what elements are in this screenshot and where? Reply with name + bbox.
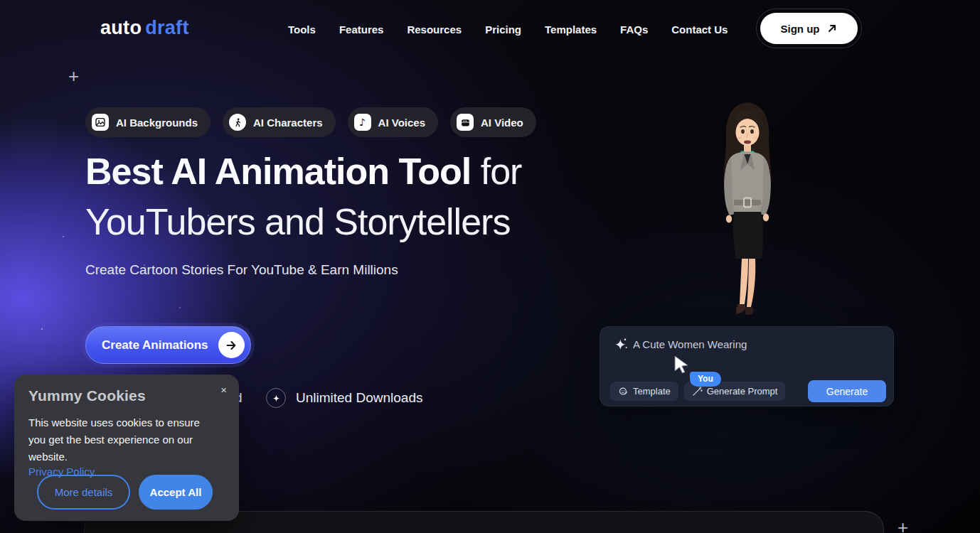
- star-dot: [41, 328, 43, 330]
- template-button[interactable]: Template: [610, 382, 678, 401]
- generate-prompt-label: Generate Prompt: [707, 386, 778, 397]
- arrow-up-right-icon: [826, 23, 838, 34]
- logo-part1: auto: [100, 17, 142, 38]
- plus-sparkle: +: [68, 67, 79, 85]
- walking-person-icon: [229, 114, 246, 131]
- generate-button[interactable]: Generate: [808, 380, 886, 402]
- star-dot: [63, 236, 64, 237]
- image-icon: [92, 114, 109, 131]
- hero-subtitle: Create Cartoon Stories For YouTube & Ear…: [85, 262, 398, 278]
- ai-sparkle-icon: [614, 337, 629, 354]
- badge-label: AI Backgrounds: [116, 117, 198, 129]
- prompt-input[interactable]: A Cute Women Wearing: [633, 338, 747, 350]
- accept-all-button[interactable]: Accept All: [139, 475, 213, 510]
- badge-label: AI Characters: [253, 117, 323, 129]
- more-details-label: More details: [55, 486, 113, 498]
- badge-ai-voices: ♪ AI Voices: [348, 107, 438, 137]
- nav-item-contact-us[interactable]: Contact Us: [671, 23, 728, 36]
- prompt-demo-card: A Cute Women Wearing You Template Genera…: [600, 326, 894, 407]
- more-details-button[interactable]: More details: [37, 475, 130, 510]
- plus-sparkle: +: [898, 518, 908, 533]
- star-dot: [179, 307, 181, 308]
- arrow-right-icon: [218, 332, 245, 358]
- close-icon[interactable]: ×: [220, 384, 227, 395]
- heading-light: for: [471, 151, 521, 192]
- hero-badges: AI Backgrounds AI Characters ♪ AI Voices…: [85, 107, 536, 137]
- create-animations-button[interactable]: Create Animations: [85, 326, 251, 364]
- cookie-body-text: This website uses cookies to ensure you …: [28, 414, 216, 465]
- generate-label: Generate: [826, 386, 868, 397]
- cookie-buttons: More details Accept All: [37, 475, 213, 510]
- you-cursor-tag: You: [690, 372, 721, 387]
- emoji-edit-icon: [618, 386, 629, 397]
- nav-item-resources[interactable]: Resources: [407, 23, 462, 36]
- cookie-title: Yummy Cookies: [28, 387, 225, 404]
- cartoon-woman-illustration: [705, 98, 789, 315]
- badge-ai-characters: AI Characters: [223, 107, 336, 137]
- sign-up-button[interactable]: Sign up: [760, 13, 858, 44]
- video-clapper-icon: [457, 114, 474, 131]
- badge-label: AI Video: [481, 117, 523, 129]
- heading-line2: YouTubers and Storytellers: [85, 197, 521, 247]
- heading-bold: Best AI Animation Tool: [85, 151, 471, 192]
- cursor-pointer-icon: [673, 355, 691, 377]
- nav-item-pricing[interactable]: Pricing: [485, 23, 521, 36]
- magic-wand-icon: [692, 386, 703, 397]
- music-note-icon: ♪: [354, 114, 371, 131]
- hero-heading: Best AI Animation Tool for YouTubers and…: [85, 146, 521, 247]
- badge-ai-backgrounds: AI Backgrounds: [85, 107, 211, 137]
- feature-unlimited-downloads: Unlimited Downloads: [296, 390, 422, 406]
- template-label: Template: [633, 386, 671, 397]
- cookie-consent-popup: Yummy Cookies × This website uses cookie…: [14, 375, 239, 521]
- nav-item-features[interactable]: Features: [339, 23, 384, 36]
- accept-all-label: Accept All: [150, 486, 202, 498]
- nav-item-faqs[interactable]: FAQs: [620, 23, 648, 36]
- logo[interactable]: autodraft: [100, 17, 189, 39]
- header: autodraft Tools Features Resources Prici…: [0, 0, 980, 58]
- sparkle-circle-icon: [266, 388, 286, 408]
- badge-label: AI Voices: [378, 117, 425, 129]
- nav-item-tools[interactable]: Tools: [288, 23, 316, 36]
- logo-part2: draft: [145, 17, 189, 38]
- sign-up-label: Sign up: [781, 23, 820, 35]
- badge-ai-video: AI Video: [450, 107, 536, 137]
- main-nav: Tools Features Resources Pricing Templat…: [288, 0, 728, 58]
- nav-item-templates[interactable]: Templates: [545, 23, 597, 36]
- create-animations-label: Create Animations: [102, 338, 208, 352]
